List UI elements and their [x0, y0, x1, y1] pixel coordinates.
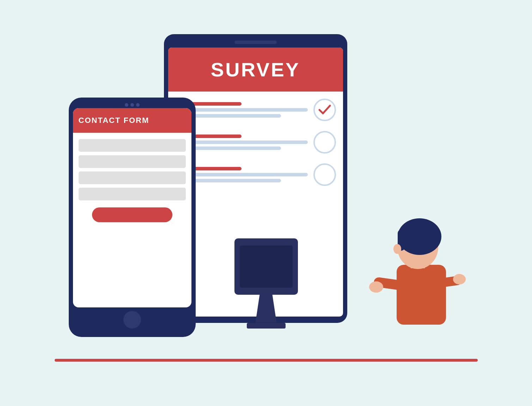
phone-home-button[interactable] [123, 311, 141, 329]
phone-field-2 [79, 155, 186, 168]
phone-dots-row [125, 103, 140, 107]
phone-header: CONTACT FORM [73, 108, 191, 133]
phone-field-3 [79, 171, 186, 184]
survey-row-3 [175, 163, 336, 186]
phone-dot-3 [136, 103, 140, 107]
phone-screen: CONTACT FORM [73, 108, 191, 307]
phone-submit-button[interactable] [92, 207, 172, 222]
phone-dot-1 [125, 103, 128, 107]
phone-dot-2 [130, 103, 134, 107]
survey-circle-3 [313, 163, 336, 186]
monitor-screen [240, 245, 293, 288]
phone-title: CONTACT FORM [79, 116, 149, 125]
svg-point-7 [369, 281, 383, 293]
monitor-body [234, 238, 298, 295]
phone: CONTACT FORM [69, 98, 196, 337]
person [368, 210, 460, 351]
ground-line [55, 359, 478, 362]
monitor [227, 238, 305, 329]
svg-point-5 [393, 244, 401, 254]
svg-rect-0 [397, 265, 446, 325]
phone-field-4 [79, 188, 186, 200]
phone-content [73, 133, 191, 307]
person-illustration [368, 210, 467, 358]
tablet-title: SURVEY [211, 58, 300, 81]
monitor-base [247, 323, 286, 329]
survey-row-2 [175, 131, 336, 154]
tablet-notch [234, 40, 277, 44]
survey-circle-1 [313, 99, 336, 121]
svg-point-9 [453, 274, 466, 285]
checkmark-icon [318, 105, 331, 115]
tablet-header: SURVEY [168, 48, 343, 92]
monitor-stand [256, 295, 277, 323]
survey-circle-2 [313, 131, 336, 154]
survey-row-1 [175, 99, 336, 121]
scene: SURVEY [55, 27, 478, 379]
phone-field-1 [79, 139, 186, 152]
